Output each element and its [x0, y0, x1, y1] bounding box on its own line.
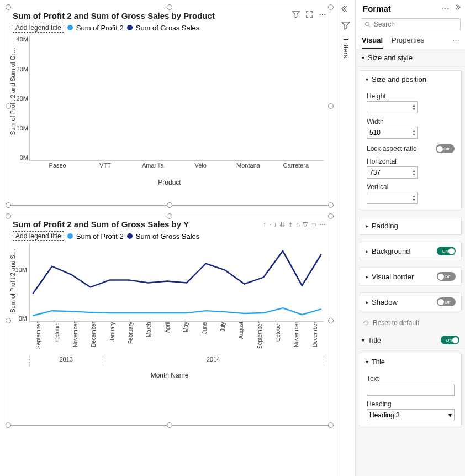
label-vertical: Vertical	[367, 183, 455, 191]
toggle-title[interactable]: On	[441, 336, 459, 344]
svg-line-4	[369, 25, 371, 27]
input-vertical[interactable]: ▲▼	[367, 192, 418, 204]
bar-chart-visual[interactable]: Sum of Profit 2 and Sum of Gross Sales b…	[8, 7, 331, 206]
more-options-icon[interactable]	[319, 11, 326, 20]
card-size-position[interactable]: ▾ Size and position	[360, 71, 461, 88]
card-background[interactable]: ▸BackgroundOn	[360, 242, 461, 260]
more-options-icon[interactable]: ⋯	[452, 36, 459, 49]
chevron-down-icon: ▾	[448, 411, 452, 419]
section-title[interactable]: ▾ Title On	[356, 331, 465, 349]
expand-pane-icon[interactable]	[453, 3, 461, 14]
svg-point-2	[324, 14, 325, 15]
chart2-toolbar[interactable]: ↑ · ↓ ⇊ ⤈ h ▽ ▭ ⋯	[262, 221, 326, 228]
drill-mode-icon[interactable]: ·	[268, 221, 271, 228]
chevron-right-icon: ▸	[366, 223, 368, 229]
chart2-title: Sum of Profit 2 and Sum of Gross Sales b…	[13, 219, 189, 229]
select-heading[interactable]: Heading 3▾	[367, 409, 455, 421]
chevron-down-icon: ▾	[362, 337, 364, 343]
reset-icon	[363, 320, 369, 326]
label-heading: Heading	[367, 400, 455, 408]
chevron-down-icon: ▾	[362, 55, 364, 61]
section-size-style[interactable]: ▾ Size and style	[356, 49, 465, 67]
focus-mode-icon[interactable]: ▭	[310, 221, 317, 228]
reset-to-default-button[interactable]: Reset to default	[356, 315, 465, 331]
toggle-visual-border[interactable]: Off	[437, 272, 456, 281]
tab-visual[interactable]: Visual	[362, 36, 383, 49]
x-axis-title: Product	[8, 179, 331, 190]
expand-all-icon[interactable]: ⇊	[279, 221, 286, 228]
chart1-title: Sum of Profit 2 and Sum of Gross Sales b…	[13, 11, 215, 20]
chevron-right-icon: ▸	[366, 274, 368, 280]
bar-plot-region	[29, 36, 324, 161]
legend-label-gross: Sum of Gross Sales	[136, 24, 200, 32]
input-height[interactable]: ▲▼	[367, 101, 418, 113]
x-axis-labels: SeptemberOctoberNovemberDecemberJanuaryF…	[29, 322, 324, 355]
label-width: Width	[367, 118, 455, 125]
input-width[interactable]: ▲▼	[367, 127, 418, 139]
filter-icon[interactable]: ▽	[302, 221, 308, 228]
svg-point-3	[365, 22, 369, 26]
chevron-right-icon: ▸	[366, 248, 368, 254]
card-padding[interactable]: ▸Padding	[360, 217, 461, 234]
format-panel: Format ⋯ Visual Properties ⋯ ▾ Size and …	[356, 0, 465, 476]
filter-icon[interactable]	[292, 11, 300, 20]
tab-properties[interactable]: Properties	[392, 36, 424, 49]
label-height: Height	[367, 92, 455, 100]
filters-rail[interactable]: Filters	[336, 0, 356, 476]
card-visual-border[interactable]: ▸Visual borderOff	[360, 268, 461, 285]
label-lock-aspect: Lock aspect ratio	[367, 145, 417, 153]
legend-swatch-profit	[67, 25, 73, 30]
filters-label[interactable]: Filters	[342, 39, 350, 58]
x-axis-labels: PaseoVTTAmarillaVeloMontanaCarretera	[29, 162, 324, 174]
svg-point-0	[320, 14, 321, 15]
more-options-icon[interactable]: ⋯	[319, 221, 326, 228]
year-labels: 2013 2014	[29, 356, 324, 366]
card-shadow[interactable]: ▸ShadowOff	[360, 293, 461, 311]
line-plot-region	[29, 244, 324, 322]
legend-label-profit: Sum of Profit 2	[76, 24, 124, 32]
line-chart-visual[interactable]: Sum of Profit 2 and Sum of Gross Sales b…	[8, 216, 331, 426]
input-title-text[interactable]	[367, 384, 455, 396]
drill-down-icon[interactable]: ↓	[273, 221, 277, 228]
search-icon	[364, 21, 371, 28]
chevron-right-icon: ▸	[366, 299, 368, 305]
filter-icon[interactable]	[341, 21, 350, 32]
label-horizontal: Horizontal	[367, 158, 455, 165]
legend-swatch-gross	[127, 25, 133, 30]
next-level-icon[interactable]: ⤈	[287, 221, 294, 228]
visual-canvas[interactable]: Sum of Profit 2 and Sum of Gross Sales b…	[0, 0, 336, 476]
chevron-down-icon: ▾	[366, 76, 368, 82]
hierarchy-icon[interactable]: h	[295, 221, 300, 228]
legend-label-profit: Sum of Profit 2	[76, 232, 124, 240]
label-text: Text	[367, 375, 455, 383]
legend-swatch-profit	[67, 233, 73, 239]
legend-label-gross: Sum of Gross Sales	[136, 232, 200, 240]
toggle-lock-aspect[interactable]: Off	[436, 144, 455, 153]
svg-point-1	[322, 14, 323, 15]
card-title[interactable]: ▾ Title	[360, 353, 461, 370]
focus-mode-icon[interactable]	[305, 11, 313, 20]
drill-up-icon[interactable]: ↑	[262, 221, 267, 228]
panel-title: Format	[363, 4, 391, 13]
x-axis-title: Month Name	[8, 370, 331, 384]
collapse-icon[interactable]	[341, 4, 350, 15]
more-options-icon[interactable]: ⋯	[441, 3, 450, 14]
input-horizontal[interactable]: ▲▼	[367, 166, 418, 179]
search-input[interactable]	[361, 18, 461, 30]
toggle-shadow[interactable]: Off	[437, 297, 456, 306]
y-axis: 10M0M	[9, 244, 28, 322]
legend-swatch-gross	[127, 233, 133, 239]
chevron-down-icon: ▾	[366, 359, 368, 365]
y-axis: 40M30M20M10M0M	[9, 36, 28, 161]
toggle-background[interactable]: On	[437, 247, 456, 255]
legend-title-input[interactable]: Add legend title	[13, 23, 64, 33]
legend-title-input[interactable]: Add legend title	[13, 231, 64, 241]
